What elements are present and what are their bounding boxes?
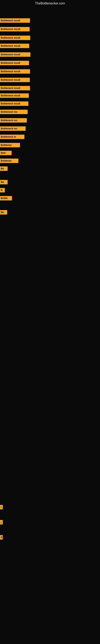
bottleneck-bar-26[interactable]: E: [0, 535, 3, 540]
bottleneck-bar-16[interactable]: Bottlenec: [0, 143, 20, 147]
bottleneck-bar-21[interactable]: B: [0, 188, 5, 192]
bottleneck-bar-10[interactable]: Bottleneck result: [0, 94, 29, 98]
bottleneck-bar-22[interactable]: Bottle: [0, 196, 12, 200]
bottleneck-bar-9[interactable]: Bottleneck result: [0, 86, 30, 90]
bottleneck-bar-11[interactable]: Bottleneck result: [0, 102, 28, 106]
bottleneck-bar-23[interactable]: Bo: [0, 210, 7, 214]
bottleneck-bar-25[interactable]: |: [0, 520, 3, 524]
bottleneck-bar-7[interactable]: Bottleneck result: [0, 69, 30, 74]
bottleneck-bar-12[interactable]: Bottleneck res: [0, 110, 28, 114]
bottleneck-bar-18[interactable]: Bottlenec: [0, 158, 18, 163]
site-title: TheBottlenecker.com: [0, 0, 100, 7]
bottleneck-bar-13[interactable]: Bottleneck res: [0, 118, 27, 122]
bottleneck-bar-5[interactable]: Bottleneck result: [0, 52, 30, 57]
bottleneck-bar-24[interactable]: |: [0, 505, 3, 509]
bottleneck-bar-20[interactable]: Bo: [0, 180, 8, 184]
bottleneck-bar-19[interactable]: Bo: [0, 166, 8, 171]
bottleneck-bar-17[interactable]: Bott: [0, 151, 12, 155]
bottleneck-bar-2[interactable]: Bottleneck result: [0, 27, 30, 32]
bottleneck-bar-14[interactable]: Bottleneck res: [0, 126, 26, 131]
bottleneck-bar-15[interactable]: Bottleneck re: [0, 135, 24, 139]
bottleneck-bar-1[interactable]: Bottleneck result: [0, 18, 30, 23]
chart-area: Bottleneck resultBottleneck resultBottle…: [0, 11, 100, 644]
bottleneck-bar-6[interactable]: Bottleneck result: [0, 61, 29, 65]
bottleneck-bar-3[interactable]: Bottleneck result: [0, 36, 30, 40]
bottleneck-bar-8[interactable]: Bottleneck result: [0, 78, 30, 82]
bottleneck-bar-4[interactable]: Bottleneck result: [0, 44, 29, 48]
